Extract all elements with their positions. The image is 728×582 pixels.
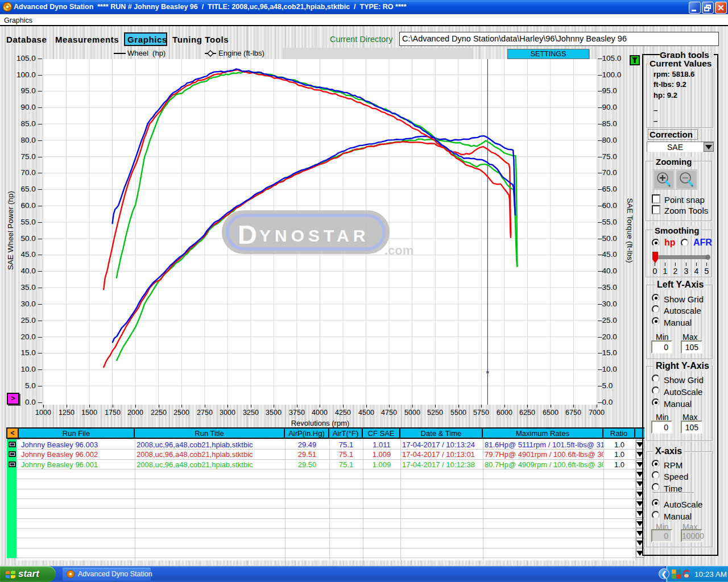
svg-text:YNOSTAR: YNOSTAR [259,226,369,245]
svg-text:.com: .com [384,243,413,257]
svg-text:D: D [238,219,257,250]
